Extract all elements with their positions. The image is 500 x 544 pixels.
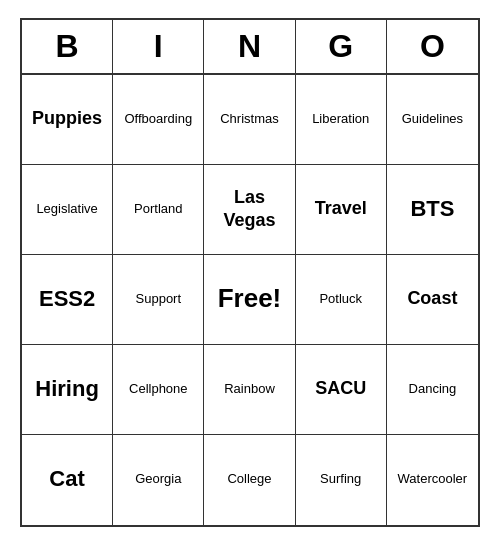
bingo-cell[interactable]: Liberation (296, 75, 387, 165)
cell-label: Dancing (409, 381, 457, 398)
cell-label: Rainbow (224, 381, 275, 398)
cell-label: Guidelines (402, 111, 463, 128)
bingo-cell[interactable]: Las Vegas (204, 165, 295, 255)
bingo-cell[interactable]: Potluck (296, 255, 387, 345)
bingo-cell[interactable]: Christmas (204, 75, 295, 165)
bingo-cell[interactable]: Support (113, 255, 204, 345)
bingo-cell[interactable]: Legislative (22, 165, 113, 255)
header-letter: N (204, 20, 295, 73)
bingo-cell[interactable]: Cellphone (113, 345, 204, 435)
bingo-cell[interactable]: Dancing (387, 345, 478, 435)
bingo-cell[interactable]: Georgia (113, 435, 204, 525)
cell-label: Free! (218, 282, 282, 316)
cell-label: Christmas (220, 111, 279, 128)
bingo-cell[interactable]: Rainbow (204, 345, 295, 435)
cell-label: College (227, 471, 271, 488)
cell-label: Watercooler (398, 471, 468, 488)
bingo-header: BINGO (22, 20, 478, 75)
header-letter: I (113, 20, 204, 73)
cell-label: SACU (315, 377, 366, 400)
bingo-card: BINGO PuppiesOffboardingChristmasLiberat… (20, 18, 480, 527)
bingo-cell[interactable]: Watercooler (387, 435, 478, 525)
cell-label: Potluck (319, 291, 362, 308)
cell-label: ESS2 (39, 285, 95, 314)
bingo-cell[interactable]: Guidelines (387, 75, 478, 165)
bingo-cell[interactable]: Hiring (22, 345, 113, 435)
bingo-cell[interactable]: BTS (387, 165, 478, 255)
bingo-cell[interactable]: Free! (204, 255, 295, 345)
bingo-cell[interactable]: Cat (22, 435, 113, 525)
cell-label: Puppies (32, 107, 102, 130)
cell-label: Coast (407, 287, 457, 310)
cell-label: Legislative (36, 201, 97, 218)
bingo-cell[interactable]: Portland (113, 165, 204, 255)
cell-label: Portland (134, 201, 182, 218)
header-letter: G (296, 20, 387, 73)
cell-label: BTS (410, 195, 454, 224)
cell-label: Travel (315, 197, 367, 220)
cell-label: Cat (49, 465, 84, 494)
header-letter: B (22, 20, 113, 73)
cell-label: Offboarding (124, 111, 192, 128)
bingo-cell[interactable]: Offboarding (113, 75, 204, 165)
cell-label: Liberation (312, 111, 369, 128)
cell-label: Georgia (135, 471, 181, 488)
bingo-cell[interactable]: SACU (296, 345, 387, 435)
cell-label: Hiring (35, 375, 99, 404)
bingo-cell[interactable]: Puppies (22, 75, 113, 165)
cell-label: Las Vegas (208, 186, 290, 233)
bingo-cell[interactable]: College (204, 435, 295, 525)
cell-label: Surfing (320, 471, 361, 488)
cell-label: Cellphone (129, 381, 188, 398)
bingo-cell[interactable]: Coast (387, 255, 478, 345)
bingo-cell[interactable]: Travel (296, 165, 387, 255)
header-letter: O (387, 20, 478, 73)
cell-label: Support (136, 291, 182, 308)
bingo-grid: PuppiesOffboardingChristmasLiberationGui… (22, 75, 478, 525)
bingo-cell[interactable]: ESS2 (22, 255, 113, 345)
bingo-cell[interactable]: Surfing (296, 435, 387, 525)
